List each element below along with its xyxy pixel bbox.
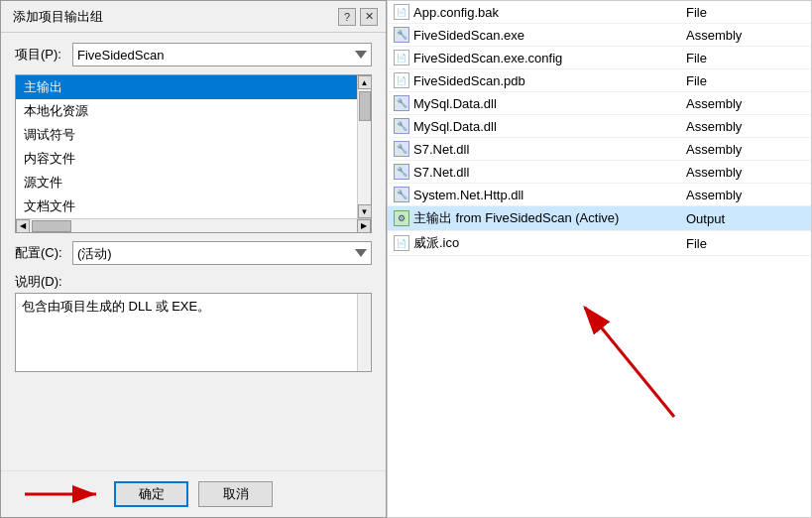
file-row[interactable]: 📄 App.config.bak File bbox=[388, 1, 811, 24]
output-type-list[interactable]: 主输出 本地化资源 调试符号 内容文件 源文件 文档文件 XML 序列化程序集 bbox=[16, 75, 357, 218]
desc-scrollbar[interactable] bbox=[357, 294, 371, 371]
project-label: 项目(P): bbox=[15, 46, 66, 64]
file-name: FiveSidedScan.exe.config bbox=[413, 51, 686, 65]
file-row[interactable]: 📄 FiveSidedScan.exe.config File bbox=[388, 47, 811, 69]
project-select[interactable]: FiveSidedScan bbox=[72, 43, 372, 66]
primary-output-row[interactable]: ⚙ 主输出 from FiveSidedScan (Active) Output bbox=[388, 206, 811, 231]
left-arrow-annotation bbox=[25, 481, 104, 507]
file-name: MySql.Data.dll bbox=[413, 119, 686, 134]
assembly-icon: 🔧 bbox=[394, 164, 409, 180]
list-scrollbar[interactable]: ▲ ▼ bbox=[357, 75, 371, 218]
file-type: Assembly bbox=[686, 142, 805, 157]
file-icon: 📄 bbox=[394, 50, 409, 65]
dialog-titlebar: 添加项目输出组 ? ✕ bbox=[1, 1, 386, 33]
file-type: File bbox=[686, 51, 805, 65]
file-row[interactable]: 🔧 FiveSidedScan.exe Assembly bbox=[388, 24, 811, 47]
assembly-icon: 🔧 bbox=[394, 95, 409, 111]
file-type: Assembly bbox=[686, 28, 805, 43]
dialog-controls: ? ✕ bbox=[338, 8, 378, 26]
config-select[interactable]: (活动) bbox=[72, 241, 372, 265]
close-button[interactable]: ✕ bbox=[360, 8, 378, 26]
help-button[interactable]: ? bbox=[338, 8, 356, 26]
add-output-group-dialog: 添加项目输出组 ? ✕ 项目(P): FiveSidedScan bbox=[0, 0, 387, 518]
desc-textarea-container bbox=[15, 293, 372, 372]
project-row: 项目(P): FiveSidedScan bbox=[15, 43, 372, 66]
desc-section: 说明(D): bbox=[15, 273, 372, 372]
desc-label: 说明(D): bbox=[15, 273, 372, 291]
file-name: App.config.bak bbox=[413, 5, 686, 20]
dialog-title: 添加项目输出组 bbox=[13, 8, 103, 26]
assembly-icon: 🔧 bbox=[394, 187, 409, 202]
list-item-source[interactable]: 源文件 bbox=[16, 171, 357, 194]
output-icon: ⚙ bbox=[394, 210, 409, 226]
file-row[interactable]: 🔧 S7.Net.dll Assembly bbox=[388, 161, 811, 184]
file-list-panel: 📄 App.config.bak File 🔧 FiveSidedScan.ex… bbox=[387, 0, 812, 518]
file-row[interactable]: 🔧 S7.Net.dll Assembly bbox=[388, 138, 811, 161]
list-item-primary[interactable]: 主输出 bbox=[16, 75, 357, 99]
file-row[interactable]: 📄 威派.ico File bbox=[388, 231, 811, 256]
file-icon: 📄 bbox=[394, 72, 409, 88]
file-type: Assembly bbox=[686, 165, 805, 180]
file-list: 📄 App.config.bak File 🔧 FiveSidedScan.ex… bbox=[388, 1, 811, 517]
file-name: FiveSidedScan.exe bbox=[413, 28, 686, 43]
dialog-body: 项目(P): FiveSidedScan 主输出 本地化资源 调试符号 内容文件… bbox=[1, 33, 386, 470]
list-item-doc[interactable]: 文档文件 bbox=[16, 194, 357, 218]
scroll-up-button[interactable]: ▲ bbox=[358, 75, 372, 89]
list-hscrollbar[interactable]: ◀ ▶ bbox=[16, 218, 371, 232]
file-name: 威派.ico bbox=[413, 234, 686, 252]
file-type: File bbox=[686, 236, 805, 251]
ok-button[interactable]: 确定 bbox=[114, 481, 188, 507]
cancel-button[interactable]: 取消 bbox=[198, 481, 273, 507]
file-name: S7.Net.dll bbox=[413, 142, 686, 157]
scroll-left-button[interactable]: ◀ bbox=[16, 219, 30, 233]
file-row[interactable]: 🔧 System.Net.Http.dll Assembly bbox=[388, 184, 811, 206]
assembly-icon: 🔧 bbox=[394, 118, 409, 134]
file-type: Assembly bbox=[686, 96, 805, 111]
file-name: 主输出 from FiveSidedScan (Active) bbox=[413, 209, 686, 227]
file-name: FiveSidedScan.pdb bbox=[413, 73, 686, 88]
file-name: System.Net.Http.dll bbox=[413, 188, 686, 202]
file-icon: 📄 bbox=[394, 235, 409, 251]
file-row[interactable]: 📄 FiveSidedScan.pdb File bbox=[388, 69, 811, 92]
config-row: 配置(C): (活动) bbox=[15, 241, 372, 265]
file-name: MySql.Data.dll bbox=[413, 96, 686, 111]
file-type: Assembly bbox=[686, 119, 805, 134]
config-label: 配置(C): bbox=[15, 244, 66, 262]
list-item-content[interactable]: 内容文件 bbox=[16, 147, 357, 171]
assembly-icon: 🔧 bbox=[394, 27, 409, 43]
scroll-down-button[interactable]: ▼ bbox=[358, 204, 372, 218]
scroll-thumb[interactable] bbox=[359, 91, 371, 121]
desc-textarea[interactable] bbox=[16, 294, 357, 371]
file-type: Output bbox=[686, 211, 805, 226]
file-type: File bbox=[686, 73, 805, 88]
hscroll-thumb[interactable] bbox=[32, 220, 71, 232]
assembly-icon: 🔧 bbox=[394, 141, 409, 157]
file-row[interactable]: 🔧 MySql.Data.dll Assembly bbox=[388, 92, 811, 115]
list-item-locale[interactable]: 本地化资源 bbox=[16, 99, 357, 123]
scroll-right-button[interactable]: ▶ bbox=[357, 219, 371, 233]
list-item-debug[interactable]: 调试符号 bbox=[16, 123, 357, 147]
file-name: S7.Net.dll bbox=[413, 165, 686, 180]
output-type-list-container: 主输出 本地化资源 调试符号 内容文件 源文件 文档文件 XML 序列化程序集 … bbox=[15, 74, 372, 233]
file-row[interactable]: 🔧 MySql.Data.dll Assembly bbox=[388, 115, 811, 138]
file-type: File bbox=[686, 5, 805, 20]
file-type: Assembly bbox=[686, 188, 805, 202]
dialog-footer: 确定 取消 bbox=[1, 470, 386, 517]
file-icon: 📄 bbox=[394, 4, 409, 20]
